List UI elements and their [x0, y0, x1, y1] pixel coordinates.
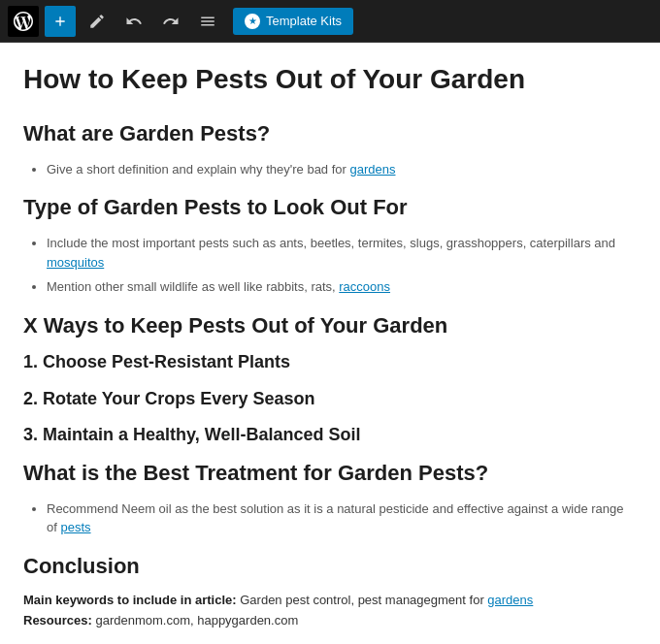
keywords-gardens-link[interactable]: gardens	[487, 593, 533, 607]
section-best-treatment: What is the Best Treatment for Garden Pe…	[23, 460, 637, 537]
bullet-text: Give a short definition and explain why …	[47, 162, 350, 177]
section-heading-best-treatment: What is the Best Treatment for Garden Pe…	[23, 460, 637, 488]
bullet-text: Mention other small wildlife as well lik…	[47, 279, 339, 294]
template-kits-label: Template Kits	[266, 14, 342, 28]
numbered-item-3: 3. Maintain a Healthy, Well-Balanced Soi…	[23, 424, 637, 446]
list-item: Mention other small wildlife as well lik…	[47, 277, 637, 297]
section-heading-type-of-pests: Type of Garden Pests to Look Out For	[23, 194, 637, 222]
section-heading-what-are-pests: What are Garden Pests?	[23, 120, 637, 148]
gardens-link-1[interactable]: gardens	[350, 162, 396, 177]
toolbar: Template Kits	[0, 0, 660, 43]
section-what-are-pests: What are Garden Pests? Give a short defi…	[23, 120, 637, 178]
section-type-of-pests: Type of Garden Pests to Look Out For Inc…	[23, 194, 637, 296]
bullet-list-what-are-pests: Give a short definition and explain why …	[23, 160, 637, 179]
article-title: How to Keep Pests Out of Your Garden	[23, 62, 637, 97]
editor-content: How to Keep Pests Out of Your Garden Wha…	[0, 43, 660, 644]
redo-button[interactable]	[155, 6, 186, 37]
section-heading-conclusion: Conclusion	[23, 553, 637, 581]
bullet-list-type-of-pests: Include the most important pests such as…	[23, 234, 637, 297]
resources-value: gardenmom.com, happygarden.com	[95, 613, 298, 628]
keywords-value: Garden pest control, pest managegment fo…	[240, 593, 487, 607]
pests-link[interactable]: pests	[60, 520, 90, 534]
list-view-button[interactable]	[192, 6, 223, 37]
list-item: Recommend Neem oil as the best solution …	[47, 499, 637, 537]
keywords-label: Main keywords to include in article:	[23, 593, 237, 607]
resources-label: Resources:	[23, 613, 92, 628]
raccoons-link[interactable]: raccoons	[339, 279, 390, 294]
wp-logo[interactable]	[8, 6, 39, 37]
numbered-item-2: 2. Rotate Your Crops Every Season	[23, 388, 637, 410]
numbered-item-1: 1. Choose Pest-Resistant Plants	[23, 351, 637, 373]
keywords-line: Main keywords to include in article: Gar…	[23, 593, 637, 607]
mosquitos-link[interactable]: mosquitos	[47, 255, 104, 270]
section-x-ways: X Ways to Keep Pests Out of Your Garden …	[23, 312, 637, 447]
bullet-list-best-treatment: Recommend Neem oil as the best solution …	[23, 499, 637, 537]
section-heading-x-ways: X Ways to Keep Pests Out of Your Garden	[23, 312, 637, 340]
add-button[interactable]	[45, 6, 76, 37]
resources-line: Resources: gardenmom.com, happygarden.co…	[23, 613, 637, 628]
undo-button[interactable]	[118, 6, 149, 37]
pencil-button[interactable]	[82, 6, 113, 37]
section-conclusion: Conclusion	[23, 553, 637, 581]
bullet-text: Include the most important pests such as…	[47, 236, 615, 250]
bullet-text: Recommend Neem oil as the best solution …	[47, 501, 623, 535]
list-item: Include the most important pests such as…	[47, 234, 637, 272]
template-kits-button[interactable]: Template Kits	[233, 8, 353, 35]
list-item: Give a short definition and explain why …	[47, 160, 637, 179]
template-kits-icon	[245, 14, 260, 29]
